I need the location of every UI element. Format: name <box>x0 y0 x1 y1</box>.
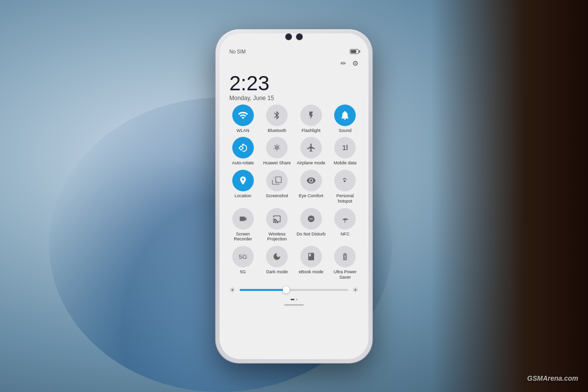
toggle-grid-row1: WLAN Bluetooth <box>227 103 361 135</box>
watermark: GSMArena.com <box>527 374 578 382</box>
toggle-ebook[interactable]: eBook mode <box>295 246 327 280</box>
time-value: 2:23 <box>229 73 359 94</box>
toggle-nfc-label: NFC <box>341 232 350 237</box>
toggle-hotspot[interactable]: Personal hotspot <box>330 170 361 204</box>
toggle-bluetooth-label: Bluetooth <box>268 128 286 133</box>
toggle-grid-row4: Screen Recorder Wireless Projection <box>227 206 361 244</box>
toggle-wlan[interactable]: WLAN <box>227 105 259 133</box>
settings-icon[interactable]: ⚙ <box>352 59 359 67</box>
toggle-eye-comfort-circle <box>300 170 322 191</box>
toggle-ebook-circle <box>300 246 322 267</box>
camera-lens-1 <box>285 33 292 40</box>
toggle-sound[interactable]: Sound <box>330 105 361 133</box>
toggle-airplane-circle <box>300 137 322 158</box>
phone-screen: No SIM ✏ ⚙ 2:23 <box>220 33 368 359</box>
toggle-eye-comfort[interactable]: Eye Comfort <box>295 170 327 204</box>
scroll-dots <box>291 299 297 300</box>
toggle-dnd-circle <box>300 208 322 230</box>
date-value: Monday, June 15 <box>229 95 359 102</box>
time-display: 2:23 Monday, June 15 <box>227 69 361 103</box>
brightness-thumb <box>283 287 290 293</box>
toggle-wireless-proj-circle <box>266 208 288 230</box>
toggle-flashlight[interactable]: Flashlight <box>295 105 327 133</box>
toggle-screen-recorder[interactable]: Screen Recorder <box>227 208 259 242</box>
toggle-5g-circle: 5G <box>232 246 254 267</box>
camera-lens-2 <box>296 33 303 40</box>
edit-icon[interactable]: ✏ <box>341 59 346 67</box>
sim-status: No SIM <box>229 49 245 54</box>
scroll-dot-1 <box>291 299 294 300</box>
toggle-location-label: Location <box>235 193 251 199</box>
toggle-auto-rotate-circle <box>232 137 254 158</box>
toggle-airplane-label: Airplane mode <box>297 160 325 166</box>
toggle-huawei-share-label: Huawei Share <box>263 160 291 166</box>
toggle-dark-mode[interactable]: Dark mode <box>262 246 293 280</box>
toggle-dark-mode-circle <box>266 246 288 267</box>
toggle-location[interactable]: Location <box>227 170 259 204</box>
toggle-screen-recorder-label: Screen Recorder <box>227 232 259 242</box>
toggle-power-saver-label: Ultra Power Saver <box>330 269 361 280</box>
scroll-indicator <box>227 298 361 301</box>
toggle-screenshot[interactable]: Screenshot <box>262 170 293 204</box>
phone-device: No SIM ✏ ⚙ 2:23 <box>216 29 372 363</box>
toggle-location-circle <box>232 170 254 191</box>
toggle-huawei-share-circle <box>266 137 288 158</box>
toggle-wireless-proj-label: Wireless Projection <box>262 232 293 242</box>
camera-area <box>220 33 368 44</box>
toggle-dnd[interactable]: Do Not Disturb <box>295 208 327 242</box>
toggle-huawei-share[interactable]: Huawei Share <box>262 137 293 166</box>
toggle-wlan-circle <box>232 105 254 126</box>
bottom-handle <box>220 301 368 309</box>
phone-bezel: No SIM ✏ ⚙ 2:23 <box>220 33 368 359</box>
toggle-auto-rotate[interactable]: Auto-rotate <box>227 137 259 166</box>
toggle-grid-row3: Location Screenshot Eye Co <box>227 168 361 206</box>
scroll-dot-2 <box>296 299 297 300</box>
toggle-5g-label: 5G <box>240 269 246 275</box>
toggle-power-saver[interactable]: Ultra Power Saver <box>330 246 361 280</box>
status-right <box>350 49 359 55</box>
toggle-grid-row2: Auto-rotate Huawei Share A <box>227 135 361 168</box>
toggle-nfc-circle <box>334 208 356 230</box>
toggle-flashlight-label: Flashlight <box>301 128 320 133</box>
brightness-fill <box>240 289 289 291</box>
toggle-airplane[interactable]: Airplane mode <box>295 137 327 166</box>
toggle-power-saver-circle <box>334 246 356 267</box>
toggle-screenshot-circle <box>266 170 288 191</box>
toggle-auto-rotate-label: Auto-rotate <box>232 160 254 166</box>
toggle-ebook-label: eBook mode <box>298 269 323 275</box>
handle-bar <box>284 304 304 306</box>
toggle-mobile-data-label: Mobile data <box>334 160 357 166</box>
battery-icon <box>350 49 359 55</box>
toggle-mobile-data[interactable]: 1l Mobile data <box>330 137 361 166</box>
toggle-wlan-label: WLAN <box>237 128 249 133</box>
toggle-hotspot-circle <box>334 170 356 191</box>
toggle-wireless-proj[interactable]: Wireless Projection <box>262 208 293 242</box>
toggle-eye-comfort-label: Eye Comfort <box>299 193 323 199</box>
svg-point-1 <box>276 147 278 149</box>
toggle-nfc[interactable]: NFC <box>330 208 361 242</box>
toggle-sound-label: Sound <box>339 128 351 133</box>
notification-panel: ✏ ⚙ 2:23 Monday, June 15 <box>220 57 368 301</box>
toggle-bluetooth[interactable]: Bluetooth <box>262 105 293 133</box>
toggle-grid-row5: 5G 5G Dark mode <box>227 244 361 282</box>
toggle-screen-recorder-circle <box>232 208 254 230</box>
brightness-slider[interactable] <box>240 289 348 291</box>
brightness-low-icon: ☀ <box>229 286 236 294</box>
toggle-5g[interactable]: 5G 5G <box>227 246 259 280</box>
brightness-high-icon: ☀ <box>352 286 359 294</box>
toggle-hotspot-label: Personal hotspot <box>330 193 361 204</box>
toggle-flashlight-circle <box>300 105 322 126</box>
toggle-dnd-label: Do Not Disturb <box>296 232 325 237</box>
toggle-bluetooth-circle <box>266 105 288 126</box>
top-actions-row: ✏ ⚙ <box>227 57 361 69</box>
status-bar: No SIM <box>220 44 368 57</box>
toggle-dark-mode-label: Dark mode <box>266 269 288 275</box>
bg-shadow-right <box>431 0 588 392</box>
phone-frame: No SIM ✏ ⚙ 2:23 <box>216 29 372 363</box>
toggle-mobile-data-circle: 1l <box>334 137 356 158</box>
toggle-screenshot-label: Screenshot <box>266 193 288 199</box>
toggle-sound-circle <box>334 105 356 126</box>
brightness-row: ☀ ☀ <box>227 282 361 298</box>
